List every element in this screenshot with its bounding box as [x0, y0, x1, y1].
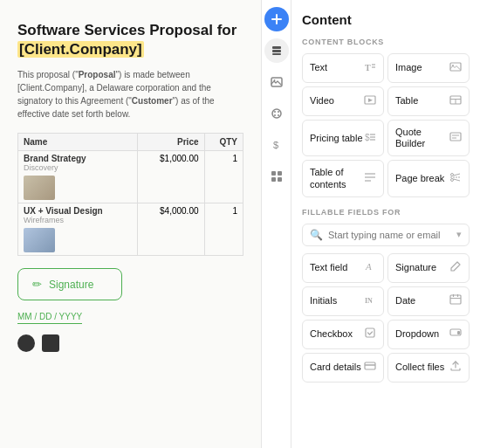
svg-point-6	[274, 111, 276, 113]
card-icon	[364, 360, 376, 375]
field-signature[interactable]: Signature	[387, 253, 470, 283]
svg-point-9	[278, 114, 279, 116]
svg-point-5	[272, 109, 281, 118]
field-collect-files-label: Collect files	[395, 362, 444, 373]
block-page-break[interactable]: Page break	[387, 160, 470, 196]
svg-rect-47	[365, 362, 375, 369]
table-cell-qty: 1	[204, 151, 243, 203]
search-input[interactable]	[328, 230, 451, 240]
svg-rect-1	[272, 50, 281, 52]
svg-point-8	[274, 114, 276, 116]
date-field[interactable]: MM / DD / YYYY	[17, 312, 82, 324]
svg-rect-29	[450, 133, 461, 141]
block-image[interactable]: Image	[387, 53, 470, 83]
block-quote-builder[interactable]: Quote Builder	[387, 120, 470, 156]
block-image-label: Image	[395, 62, 422, 73]
add-icon-button[interactable]	[264, 7, 289, 31]
svg-rect-0	[272, 46, 281, 49]
dropdown-icon	[449, 327, 462, 341]
content-blocks-label: CONTENT BLOCKS	[302, 38, 470, 46]
panel-title: Content	[302, 12, 470, 27]
field-date[interactable]: Date	[387, 286, 470, 316]
svg-rect-2	[272, 53, 281, 55]
table-cell-qty: 1	[204, 203, 243, 256]
block-text-label: Text	[310, 62, 327, 73]
table-cell-name: UX + Visual Design Wireframes	[18, 203, 138, 256]
fields-grid: Text field A Signature Initials IN	[302, 253, 470, 383]
doc-title-text: Software Services Proposal for	[17, 22, 237, 38]
search-icon: 🔍	[310, 229, 323, 241]
table-cell-name: Brand Strategy Discovery	[18, 151, 138, 203]
svg-rect-14	[278, 177, 282, 182]
field-dropdown-label: Dropdown	[395, 328, 439, 340]
field-collect-files[interactable]: Collect files	[387, 353, 470, 383]
svg-point-7	[278, 111, 279, 113]
field-card-details[interactable]: Card details	[302, 353, 384, 383]
field-text[interactable]: Text field A	[302, 253, 384, 283]
block-table[interactable]: Table	[387, 86, 470, 116]
palette-icon-button[interactable]	[264, 101, 289, 126]
svg-text:A: A	[365, 261, 372, 272]
svg-rect-40	[450, 295, 461, 304]
block-pricing-table-label: Pricing table	[310, 133, 363, 144]
app-container: Software Services Proposal for [Client.C…	[0, 0, 480, 448]
upload-icon	[449, 360, 462, 375]
block-toc-label: Table of contents	[310, 167, 364, 190]
signature-label: Signature	[49, 279, 93, 291]
item-image	[24, 176, 55, 200]
col-header-qty: QTY	[204, 134, 243, 151]
play-icon	[364, 94, 376, 109]
svg-text:$: $	[365, 133, 370, 142]
field-initials-label: Initials	[310, 295, 337, 307]
image-block-icon	[449, 61, 462, 76]
svg-marker-21	[368, 98, 373, 102]
block-toc[interactable]: Table of contents	[302, 160, 384, 196]
dollar-icon-button[interactable]: $	[264, 133, 289, 157]
content-blocks-grid: Text T Image Video Table	[302, 53, 470, 197]
doc-title: Software Services Proposal for [Client.C…	[17, 21, 243, 59]
field-checkbox-label: Checkbox	[310, 328, 353, 340]
field-card-label: Card details	[310, 362, 361, 373]
svg-point-37	[451, 174, 454, 176]
search-row[interactable]: 🔍 ▾	[302, 224, 470, 246]
svg-text:T: T	[365, 63, 371, 72]
checkbox-icon	[364, 327, 376, 341]
fillable-fields-label: FILLABLE FIELDS FOR	[302, 208, 470, 217]
sidebar-icons: $	[262, 0, 291, 448]
image-icon-button[interactable]	[264, 70, 289, 94]
quote-icon	[449, 131, 462, 146]
document-panel: Software Services Proposal for [Client.C…	[0, 0, 262, 448]
table-cell-price: $4,000.00	[138, 203, 204, 256]
doc-subtitle: This proposal ("Proposal") is made betwe…	[17, 68, 243, 121]
item-image	[24, 228, 55, 252]
text-icon: T	[364, 61, 376, 76]
pen-icon	[449, 260, 462, 275]
table-row: UX + Visual Design Wireframes $4,000.00 …	[18, 203, 243, 256]
block-video[interactable]: Video	[302, 86, 384, 116]
icon-circle	[17, 334, 35, 352]
signature-pen-icon: ✏	[32, 278, 42, 291]
block-pricing-table[interactable]: Pricing table $	[302, 120, 384, 156]
doc-title-highlight: [Client.Company]	[17, 41, 144, 58]
chevron-down-icon: ▾	[456, 229, 462, 240]
grid-icon-button[interactable]	[264, 164, 289, 189]
field-date-label: Date	[395, 295, 415, 307]
table-row: Brand Strategy Discovery $1,000.00 1	[18, 151, 243, 203]
field-dropdown[interactable]: Dropdown	[387, 320, 470, 349]
table-cell-price: $1,000.00	[138, 151, 204, 203]
col-header-name: Name	[18, 134, 138, 151]
signature-box[interactable]: ✏ Signature	[17, 268, 122, 300]
content-panel: Content CONTENT BLOCKS Text T Image Vide…	[291, 0, 480, 448]
field-initials[interactable]: Initials IN	[302, 286, 384, 316]
layers-icon-button[interactable]	[264, 38, 289, 63]
block-text[interactable]: Text T	[302, 53, 384, 83]
initials-icon: IN	[364, 293, 376, 308]
svg-rect-11	[271, 171, 276, 176]
svg-text:IN: IN	[365, 297, 373, 305]
block-page-break-label: Page break	[395, 173, 444, 184]
svg-rect-12	[278, 171, 282, 176]
field-text-label: Text field	[310, 262, 347, 273]
pricing-table: Name Price QTY Brand Strategy Discovery …	[17, 133, 243, 256]
svg-rect-46	[457, 331, 460, 334]
field-checkbox[interactable]: Checkbox	[302, 320, 384, 349]
